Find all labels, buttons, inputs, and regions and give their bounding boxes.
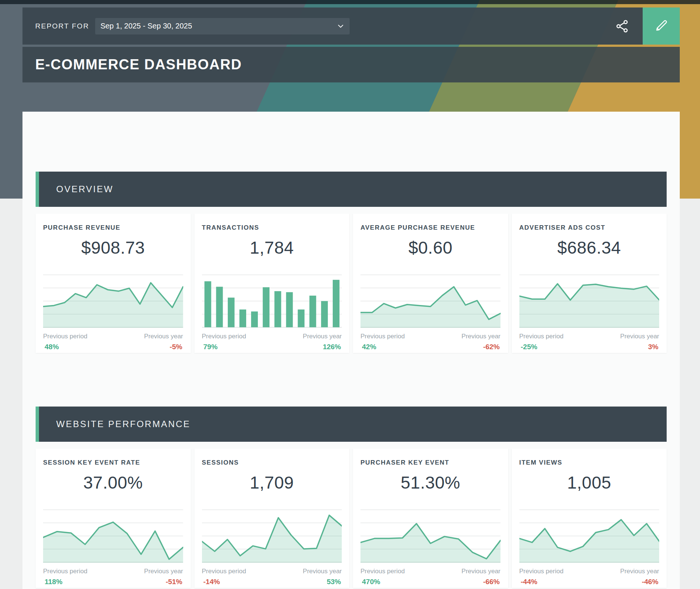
prev-year-value: 3% <box>648 343 658 351</box>
comparison-row: Previous period -14% Previous year 53% <box>202 568 342 586</box>
metric-title: SESSION KEY EVENT RATE <box>43 459 183 466</box>
title-band: E-COMMERCE DASHBOARD <box>22 47 680 82</box>
sparkline-area-chart <box>43 509 183 563</box>
website-performance-cards: SESSION KEY EVENT RATE 37.00% Previous p… <box>36 448 667 588</box>
pencil-icon <box>654 18 669 34</box>
comparison-row: Previous period -25% Previous year 3% <box>519 333 660 351</box>
comparison-row: Previous period -44% Previous year -46% <box>519 568 660 586</box>
metric-title: SESSIONS <box>202 459 342 466</box>
prev-period-value: -14% <box>203 578 246 586</box>
prev-period-value: 118% <box>45 578 87 586</box>
sparkline-area-chart <box>519 509 660 563</box>
prev-year-value: 53% <box>327 578 341 586</box>
metric-title: ADVERTISER ADS COST <box>519 224 660 232</box>
metric-value: 1,005 <box>519 472 660 493</box>
metric-value: $0.60 <box>360 238 501 258</box>
prev-period-label: Previous period <box>519 568 564 575</box>
section-header-overview: OVERVIEW <box>36 172 667 207</box>
metric-card-sessions: SESSIONS 1,709 Previous period -14% Prev… <box>194 448 350 588</box>
chevron-down-icon <box>337 22 344 30</box>
overview-cards: PURCHASE REVENUE $908.73 Previous period… <box>36 214 667 353</box>
section-header-website-performance: WEBSITE PERFORMANCE <box>36 407 667 442</box>
prev-period-value: 48% <box>45 343 87 351</box>
metric-title: TRANSACTIONS <box>202 224 342 232</box>
prev-period-label: Previous period <box>360 333 405 340</box>
metric-title: PURCHASE REVENUE <box>43 224 183 232</box>
comparison-row: Previous period 42% Previous year -62% <box>360 333 501 351</box>
comparison-row: Previous period 470% Previous year -66% <box>360 568 501 586</box>
comparison-row: Previous period 79% Previous year 126% <box>202 333 342 351</box>
section-title: OVERVIEW <box>56 184 114 194</box>
prev-year-value: -66% <box>483 578 500 586</box>
prev-year-label: Previous year <box>144 568 183 575</box>
section-title: WEBSITE PERFORMANCE <box>56 419 190 429</box>
sparkline-area-chart <box>360 509 501 563</box>
share-button[interactable] <box>615 19 630 34</box>
prev-year-label: Previous year <box>462 333 501 340</box>
prev-period-label: Previous period <box>43 333 87 340</box>
prev-period-label: Previous period <box>519 333 564 340</box>
page-title: E-COMMERCE DASHBOARD <box>35 57 242 73</box>
prev-year-value: 126% <box>323 343 341 351</box>
report-for-label: REPORT FOR <box>35 22 89 30</box>
prev-period-value: 79% <box>203 343 246 351</box>
prev-year-label: Previous year <box>144 333 183 340</box>
metric-value: 1,709 <box>202 472 342 493</box>
metric-card-transactions: TRANSACTIONS 1,784 Previous period 79% P… <box>194 214 350 353</box>
sparkline-area-chart <box>519 274 660 328</box>
metric-value: 37.00% <box>43 472 183 493</box>
prev-period-value: 470% <box>362 578 405 586</box>
prev-year-value: -62% <box>483 343 500 351</box>
metric-value: 51.30% <box>360 472 501 493</box>
report-header-bar: REPORT FOR Sep 1, 2025 - Sep 30, 2025 <box>22 7 680 45</box>
prev-period-label: Previous period <box>360 568 405 575</box>
sparkline-bar-chart <box>202 274 342 328</box>
metric-card-item-views: ITEM VIEWS 1,005 Previous period -44% Pr… <box>512 448 667 588</box>
prev-year-label: Previous year <box>303 333 342 340</box>
metric-title: ITEM VIEWS <box>519 459 660 466</box>
prev-year-value: -46% <box>642 578 658 586</box>
edit-button[interactable] <box>643 7 680 45</box>
sparkline-area-chart <box>43 274 183 328</box>
top-dark-strip <box>0 0 700 4</box>
prev-year-label: Previous year <box>620 568 659 575</box>
dashboard-page: REPORT FOR Sep 1, 2025 - Sep 30, 2025 <box>0 0 700 589</box>
metric-card-purchaser-key-event: PURCHASER KEY EVENT 51.30% Previous peri… <box>353 448 508 588</box>
prev-year-label: Previous year <box>462 568 501 575</box>
comparison-row: Previous period 48% Previous year -5% <box>43 333 183 351</box>
prev-year-label: Previous year <box>303 568 342 575</box>
date-range-value: Sep 1, 2025 - Sep 30, 2025 <box>100 22 192 30</box>
metric-card-average-purchase-revenue: AVERAGE PURCHASE REVENUE $0.60 Previous … <box>353 214 508 353</box>
prev-period-label: Previous period <box>202 333 246 340</box>
metric-value: 1,784 <box>202 238 342 258</box>
sparkline-area-chart <box>202 509 342 563</box>
prev-period-value: 42% <box>362 343 405 351</box>
comparison-row: Previous period 118% Previous year -51% <box>43 568 183 586</box>
metric-title: AVERAGE PURCHASE REVENUE <box>360 224 501 232</box>
metric-card-session-key-event-rate: SESSION KEY EVENT RATE 37.00% Previous p… <box>36 448 191 588</box>
date-range-dropdown[interactable]: Sep 1, 2025 - Sep 30, 2025 <box>95 18 350 34</box>
metric-title: PURCHASER KEY EVENT <box>360 459 501 466</box>
prev-year-value: -51% <box>166 578 182 586</box>
share-icon <box>615 19 630 33</box>
metric-card-purchase-revenue: PURCHASE REVENUE $908.73 Previous period… <box>36 214 191 353</box>
content-panel: OVERVIEW PURCHASE REVENUE $908.73 Previo… <box>22 112 680 589</box>
metric-card-advertiser-ads-cost: ADVERTISER ADS COST $686.34 Previous per… <box>512 214 667 353</box>
prev-period-value: -25% <box>521 343 564 351</box>
prev-year-value: -5% <box>170 343 182 351</box>
prev-year-label: Previous year <box>620 333 659 340</box>
prev-period-label: Previous period <box>43 568 87 575</box>
metric-value: $686.34 <box>519 238 660 258</box>
sparkline-area-chart <box>360 274 501 328</box>
metric-value: $908.73 <box>43 238 183 258</box>
prev-period-value: -44% <box>521 578 564 586</box>
prev-period-label: Previous period <box>202 568 246 575</box>
